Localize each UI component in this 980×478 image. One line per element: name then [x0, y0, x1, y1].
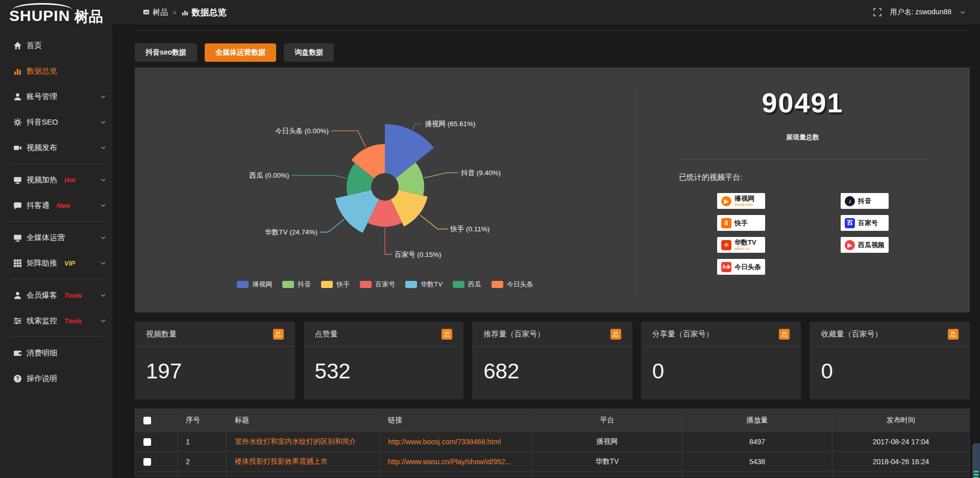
- stat-card-header: 点赞量总: [304, 322, 464, 347]
- table-header-row: 序号标题链接平台播放量发布时间: [135, 409, 970, 432]
- chevron-down-icon[interactable]: [100, 202, 106, 208]
- row-checkbox[interactable]: [143, 458, 151, 466]
- stat-card-3: 分享量（百家号）总0: [641, 322, 801, 399]
- legend-swatch: [492, 281, 503, 288]
- sidebar-divider: [9, 163, 103, 164]
- sidebar-item-0[interactable]: 首页: [0, 33, 112, 58]
- breadcrumb-root[interactable]: 树品: [143, 8, 168, 17]
- tab-2[interactable]: 询盘数据: [284, 43, 334, 62]
- overview-panel: 播视网 (65.61%)抖音 (9.40%)快手 (0.11%)百家号 (0.1…: [135, 67, 970, 313]
- sidebar-divider: [9, 279, 103, 279]
- breadcrumb-current[interactable]: 数据总览: [181, 7, 227, 18]
- platform-name: 抖音: [858, 198, 871, 204]
- chat-icon: [13, 201, 22, 210]
- platform-badge-抖音: ♪抖音: [841, 193, 889, 209]
- tab-0[interactable]: 抖音seo数据: [135, 43, 197, 62]
- cell-time: 2017-08-24 17:04: [832, 432, 970, 452]
- chevron-down-icon[interactable]: [100, 292, 106, 298]
- chevron-down-icon[interactable]: [960, 9, 966, 15]
- sidebar-item-label: 视频发布: [27, 143, 57, 153]
- username-label[interactable]: 用户名: zswodun88: [890, 8, 951, 17]
- chevron-down-icon[interactable]: [100, 93, 106, 100]
- total-badge[interactable]: 总: [779, 329, 790, 340]
- cell-no: 1: [178, 432, 227, 452]
- sidebar-item-label: 账号管理: [27, 92, 57, 102]
- video-url-link[interactable]: http://www.boosj.com/7338468.html: [388, 438, 501, 446]
- sidebar-item-9[interactable]: 会员爆客Tools: [0, 282, 112, 308]
- cell-link: http://www.boosj.com/7338468.html: [380, 432, 532, 452]
- pie-label-抖音: 抖音 (9.40%): [461, 169, 501, 177]
- stat-cards: 视频数量总197点赞量总532推荐量（百家号）总682分享量（百家号）总0收藏量…: [135, 322, 970, 399]
- sidebar-item-2[interactable]: 账号管理: [0, 84, 112, 109]
- legend-item-华数TV[interactable]: 华数TV: [405, 280, 443, 289]
- stat-card-header: 推荐量（百家号）总: [472, 322, 632, 347]
- stat-card-value: 532: [304, 347, 464, 384]
- window-icon: [143, 9, 150, 16]
- chevron-down-icon[interactable]: [100, 234, 106, 241]
- video-title-link[interactable]: 楼体投影灯投影效果震撼上市: [235, 457, 328, 465]
- rose-chart[interactable]: 播视网 (65.61%)抖音 (9.40%)快手 (0.11%)百家号 (0.1…: [135, 67, 635, 313]
- sidebar-item-11[interactable]: 消费明细: [0, 340, 112, 366]
- row-checkbox[interactable]: [143, 438, 151, 446]
- legend-item-快手[interactable]: 快手: [321, 280, 350, 289]
- fullscreen-icon[interactable]: [873, 8, 881, 16]
- sidebar-item-1[interactable]: 数据总览: [0, 58, 112, 84]
- col-header-4: 播放量: [682, 409, 832, 432]
- music-note-icon: ♪: [845, 196, 855, 206]
- cell-link: http://www.wasu.cn/Play/show/id/952...: [380, 452, 532, 472]
- select-all-checkbox[interactable]: [143, 417, 151, 424]
- wallet-icon: [13, 349, 22, 357]
- sidebar-item-5[interactable]: 视频加热Hot: [0, 167, 112, 193]
- legend-item-西瓜[interactable]: 西瓜: [453, 280, 481, 289]
- chevron-down-icon[interactable]: [100, 119, 106, 125]
- sidebar-item-6[interactable]: 抖客通New: [0, 193, 112, 218]
- legend-item-百家号[interactable]: 百家号: [360, 280, 395, 289]
- total-badge[interactable]: 总: [442, 329, 452, 340]
- legend-label: 西瓜: [468, 280, 481, 289]
- chevron-down-icon[interactable]: [100, 260, 106, 266]
- sidebar-item-12[interactable]: ?操作说明: [0, 366, 112, 391]
- row-select-cell: [135, 432, 178, 452]
- summary-area: 90491 展现量总数 已统计的视频平台: ▶播视网boosj.com8快手✳华…: [635, 67, 970, 313]
- sidebar-item-7[interactable]: 全媒体运营: [0, 225, 112, 250]
- legend-swatch: [321, 281, 333, 288]
- cell-no: 2: [178, 452, 227, 472]
- total-badge[interactable]: 总: [610, 329, 621, 340]
- total-badge[interactable]: 总: [273, 329, 284, 340]
- chevron-down-icon[interactable]: [100, 177, 106, 183]
- sidebar-item-3[interactable]: 抖音SEO: [0, 109, 112, 135]
- grid-icon: [13, 259, 22, 268]
- table-row-1: 2楼体投影灯投影效果震撼上市http://www.wasu.cn/Play/sh…: [135, 452, 970, 472]
- total-badge[interactable]: 总: [948, 329, 959, 340]
- legend-swatch: [405, 281, 417, 288]
- floating-widget[interactable]: [972, 443, 980, 478]
- legend-item-播视网[interactable]: 播视网: [237, 280, 272, 289]
- video-title-link[interactable]: 室外水纹灯和室内水纹灯的区别和简介: [235, 437, 356, 445]
- cell-plays: 8497: [682, 432, 832, 452]
- logo-text-en: SHUPIN: [9, 7, 70, 25]
- pie-labelline-华数TV: [320, 220, 344, 232]
- legend-swatch: [237, 281, 249, 288]
- burst-icon: ✳: [721, 240, 731, 250]
- sidebar-item-badge: VIP: [64, 259, 75, 267]
- play-circle-icon: ▶: [845, 240, 855, 250]
- sidebar-item-8[interactable]: 矩阵助推VIP: [0, 250, 112, 276]
- legend-item-今日头条[interactable]: 今日头条: [492, 280, 533, 289]
- pie-slice-华数TV[interactable]: [335, 190, 379, 233]
- sidebar-item-badge: Tools: [64, 292, 82, 299]
- chevron-down-icon[interactable]: [100, 318, 106, 324]
- sidebar-item-label: 会员爆客: [27, 291, 57, 300]
- legend-item-抖音[interactable]: 抖音: [282, 280, 311, 289]
- sidebar-item-10[interactable]: 线索监控Tools: [0, 308, 112, 333]
- cell-platform: 华数TV: [532, 452, 682, 472]
- sidebar-item-4[interactable]: 视频发布: [0, 135, 112, 160]
- tab-1[interactable]: 全媒体运营数据: [205, 43, 276, 62]
- chevron-down-icon[interactable]: [100, 145, 106, 151]
- video-url-link[interactable]: http://www.wasu.cn/Play/show/id/952...: [388, 458, 511, 466]
- col-header-5: 发布时间: [832, 409, 970, 432]
- stat-card-header: 收藏量（百家号）总: [810, 322, 970, 347]
- sidebar-item-label: 数据总览: [27, 66, 57, 76]
- legend-swatch: [453, 281, 464, 288]
- sidebar-item-label: 矩阵助推: [27, 258, 57, 268]
- pie-labelline-抖音: [424, 173, 458, 178]
